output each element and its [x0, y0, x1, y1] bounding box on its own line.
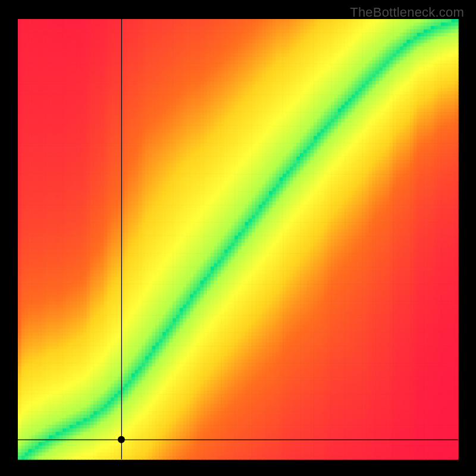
heatmap-canvas	[0, 0, 476, 476]
watermark-text: TheBottleneck.com	[350, 5, 464, 20]
chart-container: TheBottleneck.com	[0, 0, 476, 476]
